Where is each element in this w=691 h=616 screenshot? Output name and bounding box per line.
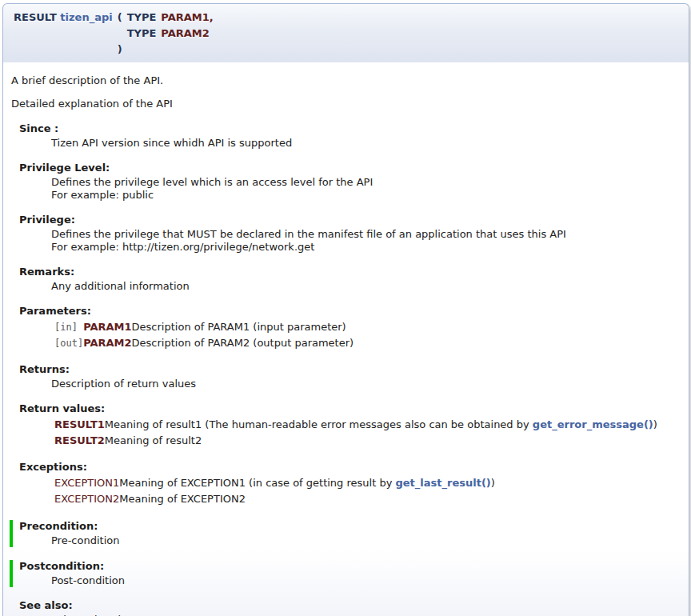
- param-name: PARAM2: [158, 26, 215, 42]
- description-text: Meaning of result2: [105, 434, 202, 446]
- section-postcondition: Postcondition: Post-condition: [10, 560, 681, 587]
- precondition-title: Precondition:: [19, 520, 681, 533]
- since-title: Since :: [19, 122, 681, 135]
- close-paren: ): [115, 42, 125, 58]
- return-values-table: RESULT1 Meaning of result1 (The human-re…: [54, 417, 657, 449]
- exceptions-body: EXCEPTION1 Meaning of EXCEPTION1 (in cas…: [54, 475, 681, 507]
- brief-description: A brief description of the API.: [11, 74, 681, 87]
- param-type: TYPE: [125, 26, 159, 42]
- return-value-row: RESULT2 Meaning of result2: [54, 433, 657, 449]
- privilege-level-line: Defines the privilege level which is an …: [51, 176, 681, 189]
- exception-row: EXCEPTION2 Meaning of EXCEPTION2: [54, 491, 495, 507]
- privilege-line: For example: http://tizen.org/privilege/…: [51, 241, 681, 254]
- description-text: Meaning of result1 (The human-readable e…: [105, 418, 533, 430]
- section-see-also: See also: Other related APIs: [19, 599, 681, 616]
- return-value-name: RESULT1: [54, 417, 105, 433]
- empty-cell: [125, 42, 159, 58]
- exception-name: EXCEPTION1: [54, 475, 119, 491]
- return-value-name: RESULT2: [54, 433, 105, 449]
- empty-cell: [11, 42, 115, 58]
- description-text: ): [491, 477, 495, 489]
- param-type: TYPE: [125, 10, 159, 26]
- section-precondition: Precondition: Pre-condition: [10, 520, 681, 547]
- signature-row-1: RESULT tizen_api ( TYPE PARAM1,: [11, 10, 216, 26]
- parameter-row: [out] PARAM2 Description of PARAM2 (outp…: [54, 335, 353, 351]
- signature-row-3: ): [11, 42, 216, 58]
- signature-table: RESULT tizen_api ( TYPE PARAM1, TYPE PAR…: [11, 10, 216, 58]
- parameters-body: [in] PARAM1 Description of PARAM1 (input…: [54, 319, 681, 351]
- privilege-line: Defines the privilege that MUST be decla…: [51, 228, 681, 241]
- return-value-description: Meaning of result2: [105, 433, 657, 449]
- returns-title: Returns:: [19, 363, 681, 376]
- parameter-row: [in] PARAM1 Description of PARAM1 (input…: [54, 319, 353, 335]
- precondition-body: Pre-condition: [51, 534, 681, 547]
- exception-description: Meaning of EXCEPTION1 (in case of gettin…: [119, 475, 495, 491]
- signature-name-cell: RESULT tizen_api: [11, 10, 115, 26]
- signature-row-2: TYPE PARAM2: [11, 26, 216, 42]
- privilege-body: Defines the privilege that MUST be decla…: [51, 228, 681, 254]
- return-type: RESULT: [14, 11, 57, 23]
- param-name: PARAM1: [83, 319, 131, 335]
- section-since: Since : Tizen API version since whidh AP…: [19, 122, 681, 150]
- section-returns: Returns: Description of return values: [19, 363, 681, 390]
- privilege-title: Privilege:: [19, 214, 681, 226]
- remarks-title: Remarks:: [19, 266, 681, 278]
- detailed-description: Detailed explanation of the API: [11, 98, 681, 110]
- remarks-body: Any additional information: [51, 280, 681, 293]
- privilege-level-title: Privilege Level:: [19, 162, 681, 174]
- param-direction: [out]: [54, 335, 83, 351]
- exceptions-title: Exceptions:: [19, 461, 681, 474]
- section-privilege: Privilege: Defines the privilege that MU…: [19, 214, 681, 254]
- returns-body: Description of return values: [51, 378, 681, 390]
- description-text: ): [653, 418, 657, 430]
- see-also-title: See also:: [19, 599, 681, 612]
- param-description: Description of PARAM1 (input parameter): [132, 319, 354, 335]
- empty-cell: [158, 42, 215, 58]
- section-exceptions: Exceptions: EXCEPTION1 Meaning of EXCEPT…: [19, 461, 681, 507]
- description-text: Meaning of EXCEPTION2: [119, 493, 246, 505]
- return-values-title: Return values:: [19, 402, 681, 415]
- exceptions-table: EXCEPTION1 Meaning of EXCEPTION1 (in cas…: [54, 475, 495, 507]
- postcondition-title: Postcondition:: [19, 560, 681, 573]
- postcondition-body: Post-condition: [51, 574, 681, 587]
- param-direction: [in]: [54, 319, 83, 335]
- section-remarks: Remarks: Any additional information: [19, 266, 681, 293]
- param-name: PARAM1,: [158, 10, 215, 26]
- parameters-table: [in] PARAM1 Description of PARAM1 (input…: [54, 319, 353, 351]
- exception-row: EXCEPTION1 Meaning of EXCEPTION1 (in cas…: [54, 475, 495, 491]
- privilege-level-line: For example: public: [51, 189, 681, 202]
- param-name: PARAM2: [83, 335, 131, 351]
- return-value-row: RESULT1 Meaning of result1 (The human-re…: [54, 417, 657, 433]
- api-doc-card: RESULT tizen_api ( TYPE PARAM1, TYPE PAR…: [2, 3, 689, 616]
- open-paren: (: [115, 10, 125, 26]
- get-error-message-link[interactable]: get_error_message(): [533, 418, 653, 430]
- return-values-body: RESULT1 Meaning of result1 (The human-re…: [54, 417, 681, 449]
- function-documentation: A brief description of the API. Detailed…: [2, 62, 689, 616]
- get-last-result-link[interactable]: get_last_result(): [395, 477, 490, 489]
- parameters-title: Parameters:: [19, 305, 681, 318]
- param-description: Description of PARAM2 (output parameter): [132, 335, 354, 351]
- since-body: Tizen API version since whidh API is sup…: [51, 137, 681, 150]
- description-text: Meaning of EXCEPTION1 (in case of gettin…: [119, 477, 395, 489]
- privilege-level-body: Defines the privilege level which is an …: [51, 176, 681, 202]
- section-parameters: Parameters: [in] PARAM1 Description of P…: [19, 305, 681, 351]
- function-signature-header: RESULT tizen_api ( TYPE PARAM1, TYPE PAR…: [2, 3, 689, 62]
- page: RESULT tizen_api ( TYPE PARAM1, TYPE PAR…: [0, 0, 691, 616]
- empty-cell: [11, 26, 115, 42]
- exception-name: EXCEPTION2: [54, 491, 119, 507]
- exception-description: Meaning of EXCEPTION2: [119, 491, 495, 507]
- return-value-description: Meaning of result1 (The human-readable e…: [105, 417, 657, 433]
- function-name-link[interactable]: tizen_api: [60, 11, 112, 23]
- section-return-values: Return values: RESULT1 Meaning of result…: [19, 402, 681, 449]
- empty-cell: [115, 26, 125, 42]
- section-privilege-level: Privilege Level: Defines the privilege l…: [19, 162, 681, 202]
